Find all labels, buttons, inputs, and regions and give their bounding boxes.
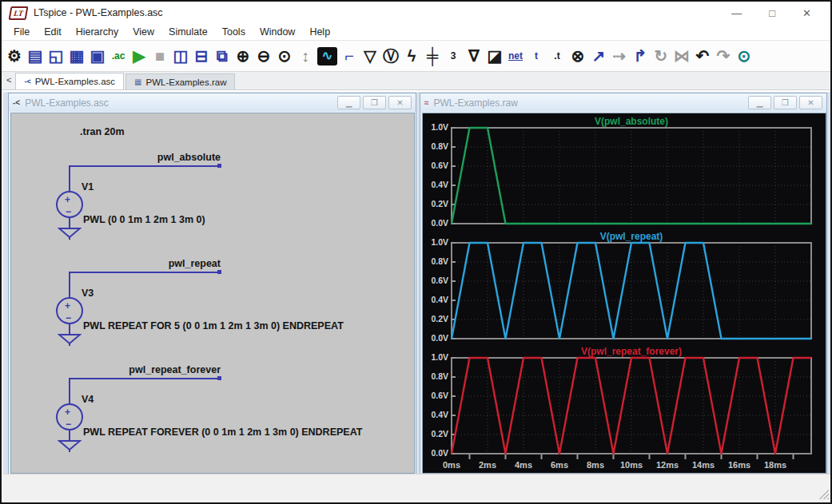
ac-analysis-icon[interactable]: .ac — [108, 43, 129, 69]
label-net-icon[interactable]: Ⓥ — [380, 43, 401, 69]
net-label[interactable]: pwl_repeat_forever — [69, 364, 221, 375]
menu-view[interactable]: View — [125, 26, 161, 38]
net-label[interactable]: pwl_absolute — [69, 152, 221, 163]
diode-icon[interactable]: ∇ — [464, 43, 484, 69]
move-icon[interactable]: ↗ — [588, 43, 609, 69]
wire-vertical[interactable] — [69, 272, 70, 299]
save-icon[interactable]: ▦ — [66, 43, 87, 69]
spice-directive-text[interactable]: .tran 20m — [80, 126, 125, 137]
ground-symbol[interactable] — [58, 333, 82, 347]
menu-tools[interactable]: Tools — [215, 26, 253, 38]
netlist-icon[interactable]: net — [505, 43, 526, 69]
close-button[interactable]: ✕ — [802, 7, 811, 19]
undo-icon[interactable]: ↶ — [692, 43, 713, 69]
run-icon[interactable]: ▶ — [129, 43, 149, 69]
mdi-area: -< PWL-Examples.asc ▁ ❒ ✕ .tran 20m pwl_… — [3, 92, 830, 477]
plot-grid[interactable] — [451, 241, 812, 342]
mirror-icon[interactable]: ⋈ — [671, 43, 692, 69]
resistor-icon[interactable]: ϟ — [401, 43, 422, 69]
menu-simulate[interactable]: Simulate — [161, 26, 215, 38]
waveform-minimize-button[interactable]: ▁ — [748, 96, 771, 109]
rotate-icon[interactable]: ↻ — [651, 43, 671, 69]
waveform-close-button[interactable]: ✕ — [799, 96, 822, 109]
tile-vertical-icon[interactable]: ◫ — [170, 43, 191, 69]
schematic-restore-button[interactable]: ❒ — [363, 96, 386, 109]
menu-edit[interactable]: Edit — [37, 26, 69, 38]
minimize-button[interactable]: — — [731, 7, 742, 19]
ground-symbol[interactable] — [58, 227, 82, 240]
trace-title[interactable]: V(pwl_absolute) — [451, 116, 812, 127]
halt-icon[interactable]: ■ — [149, 43, 170, 69]
spice-directive-icon[interactable]: .t — [547, 43, 567, 69]
schematic-close-button[interactable]: ✕ — [388, 96, 412, 109]
wire-vertical[interactable] — [69, 378, 70, 405]
designator-label[interactable]: V3 — [82, 288, 94, 299]
ground-icon[interactable]: ▽ — [360, 43, 380, 69]
inductor-icon[interactable]: 3 — [443, 43, 464, 69]
wire-vertical[interactable] — [69, 165, 70, 192]
stretch-wire-icon[interactable]: ↱ — [630, 43, 651, 69]
wire-horizontal[interactable] — [69, 165, 221, 167]
drag-icon[interactable]: ⇢ — [609, 43, 630, 69]
source-value-text[interactable]: PWL REPEAT FOREVER (0 0 1m 1 2m 1 3m 0) … — [83, 427, 362, 438]
control-panel-icon[interactable]: ⚙ — [4, 43, 25, 69]
menu-file[interactable]: File — [6, 26, 37, 38]
designator-label[interactable]: V4 — [82, 394, 94, 405]
autorange-icon[interactable]: ↕ — [295, 43, 316, 69]
plot-grid[interactable] — [451, 356, 812, 463]
main-title-bar[interactable]: LT LTspice - PWL-Examples.asc — □ ✕ — [2, 2, 830, 24]
waveform-icon[interactable]: ∿ — [317, 47, 337, 65]
waveform-window: ≈ PWL-Examples.raw ▁ ❒ ✕ V(pwl_absolute)… — [420, 93, 827, 474]
cascade-icon[interactable]: ⧉ — [212, 43, 233, 69]
open-icon[interactable]: ◱ — [46, 43, 66, 69]
find-icon[interactable]: ⊙ — [734, 43, 754, 69]
source-value-text[interactable]: PWL REPEAT FOR 5 (0 0 1m 1 2m 1 3m 0) EN… — [83, 320, 344, 331]
net-label[interactable]: pwl_repeat — [69, 258, 221, 269]
y-axis-tick-label: 0.6V — [423, 391, 448, 400]
tab-scroll-left[interactable]: < — [4, 75, 15, 86]
waveform-window-icon: ≈ — [424, 98, 429, 107]
wire-icon[interactable]: ⌐ — [339, 43, 360, 69]
waveform-plot-area[interactable]: V(pwl_absolute)1.0V0.8V0.6V0.4V0.2V0.0VV… — [422, 113, 826, 474]
wire-horizontal[interactable] — [69, 378, 221, 379]
waveform-pane-1[interactable]: V(pwl_absolute)1.0V0.8V0.6V0.4V0.2V0.0V — [423, 116, 827, 231]
text-icon[interactable]: t — [526, 43, 547, 69]
trace-title[interactable]: V(pwl_repeat_forever) — [451, 346, 812, 357]
waveform-restore-button[interactable]: ❒ — [774, 96, 797, 109]
y-axis-tick-label: 0.8V — [423, 141, 448, 151]
new-schematic-icon[interactable]: ▤ — [25, 43, 46, 69]
y-axis-tick-label: 0.4V — [423, 295, 448, 304]
waveform-window-title-bar[interactable]: ≈ PWL-Examples.raw ▁ ❒ ✕ — [420, 93, 826, 112]
tab-bar: < -< PWL-Examples.asc ▦ PWL-Examples.raw — [2, 72, 830, 90]
zoom-full-extents-icon[interactable]: ⊙ — [274, 43, 295, 69]
menu-window[interactable]: Window — [253, 26, 302, 38]
tab-schematic[interactable]: -< PWL-Examples.asc — [15, 73, 124, 89]
source-value-text[interactable]: PWL (0 0 1m 1 2m 1 3m 0) — [83, 214, 205, 225]
plot-grid[interactable] — [451, 126, 812, 227]
trace-title[interactable]: V(pwl_repeat) — [451, 231, 812, 242]
schematic-canvas[interactable]: .tran 20m pwl_absolute+−V1PWL (0 0 1m 1 … — [10, 113, 415, 474]
menu-hierarchy[interactable]: Hierarchy — [69, 26, 126, 38]
schematic-window-title-bar[interactable]: -< PWL-Examples.asc ▁ ❒ ✕ — [9, 93, 416, 112]
resize-grip[interactable] — [819, 490, 829, 499]
designator-label[interactable]: V1 — [82, 181, 94, 192]
cut-icon[interactable]: ⊗ — [567, 43, 588, 69]
print-icon[interactable]: ▣ — [87, 43, 108, 69]
wire-horizontal[interactable] — [69, 272, 221, 273]
schematic-minimize-button[interactable]: ▁ — [337, 96, 360, 109]
waveform-window-title: PWL-Examples.raw — [434, 97, 518, 109]
waveform-pane-3[interactable]: V(pwl_repeat_forever)1.0V0.8V0.6V0.4V0.2… — [423, 346, 827, 461]
component-icon[interactable]: ◪ — [484, 43, 505, 69]
zoom-out-icon[interactable]: ⊖ — [253, 43, 274, 69]
tile-horizontal-icon[interactable]: ⊟ — [191, 43, 212, 69]
redo-icon[interactable]: ↷ — [713, 43, 734, 69]
waveform-pane-2[interactable]: V(pwl_repeat)1.0V0.8V0.6V0.4V0.2V0.0V — [423, 231, 827, 346]
minus-sign: − — [66, 419, 71, 429]
menu-help[interactable]: Help — [302, 26, 337, 38]
ground-symbol[interactable] — [58, 439, 82, 453]
tab-waveform[interactable]: ▦ PWL-Examples.raw — [125, 73, 235, 89]
maximize-button[interactable]: □ — [769, 7, 775, 19]
x-axis-tick-label: 0ms — [443, 460, 460, 470]
capacitor-icon[interactable]: ╪ — [422, 43, 443, 69]
zoom-in-icon[interactable]: ⊕ — [233, 43, 253, 69]
